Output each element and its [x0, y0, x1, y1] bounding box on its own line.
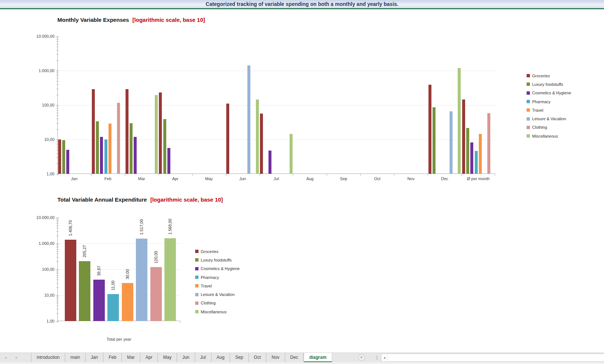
monthly-y-major-tick — [56, 105, 59, 105]
monthly-y-minor-tick — [56, 107, 59, 107]
annual-y-minor-tick — [56, 254, 59, 254]
monthly-x-label-jan: Jan — [57, 176, 91, 181]
sheet-tab-sep[interactable]: Sep — [230, 353, 248, 362]
annual-x-tick — [180, 321, 180, 323]
monthly-y-minor-tick — [56, 89, 59, 89]
bar-groceries-jun — [226, 104, 229, 174]
sheet-tab-feb[interactable]: Feb — [103, 353, 122, 362]
legend-swatch-icon — [195, 267, 198, 270]
sheet-tab-may[interactable]: May — [158, 353, 177, 362]
sheet-tab-aug[interactable]: Aug — [211, 353, 230, 362]
sheet-tab-dec[interactable]: Dec — [285, 353, 304, 362]
annual-legend-item-cosmetics-hygiene: Cosmetics & Hygiene — [195, 264, 240, 273]
sheet-tab-jun[interactable]: Jun — [177, 353, 195, 362]
legend-label: Travel — [201, 284, 212, 288]
annual-legend-item-luxury-foodstuffs: Luxury foodstuffs — [195, 256, 240, 264]
monthly-y-minor-tick — [56, 95, 59, 95]
sheet-tab-main[interactable]: main — [65, 353, 86, 362]
legend-label: Cosmetics & Hygiene — [532, 91, 571, 95]
bar-value-label-cosmetics-hygiene: 39,87 — [97, 266, 101, 276]
monthly-y-minor-tick — [56, 38, 59, 38]
horizontal-scrollbar[interactable]: ◂ — [381, 354, 604, 362]
monthly-legend-item-luxury-foodstuffs: Luxury foodstuffs — [527, 80, 571, 88]
bar-clothing-per-month — [487, 113, 490, 174]
monthly-y-minor-tick — [56, 44, 59, 44]
legend-swatch-icon — [195, 258, 198, 262]
bar-miscellaneous-total — [164, 238, 176, 321]
annual-y-minor-tick — [56, 246, 59, 246]
sheet-tab-apr[interactable]: Apr — [140, 353, 158, 362]
sheet-tab-introduction[interactable]: introduction — [31, 353, 65, 362]
annual-y-axis-label: 1.000,00 — [25, 241, 54, 246]
monthly-y-minor-tick — [56, 115, 59, 116]
legend-swatch-icon — [527, 117, 530, 121]
annual-y-minor-tick — [56, 272, 59, 272]
bar-miscellaneous-jul — [290, 134, 293, 174]
annual-chart-plot: 10.000,001.000,00100,0010,001,001.406,70… — [57, 218, 180, 321]
monthly-chart-title-suffix: [logarithmic scale, base 10] — [133, 17, 205, 23]
legend-label: Groceries — [201, 249, 218, 254]
tab-bar-more-icon[interactable]: ⋮ — [375, 355, 380, 360]
monthly-y-minor-tick — [56, 47, 59, 47]
monthly-x-tick — [260, 174, 260, 176]
monthly-chart-title-text: Monthly Variable Expenses — [57, 17, 129, 23]
tabs-scroll-left-button[interactable]: ◂ — [0, 353, 11, 362]
annual-y-minor-tick — [56, 296, 59, 297]
sheet-tab-jan[interactable]: Jan — [86, 353, 103, 362]
legend-label: Pharmacy — [201, 275, 219, 280]
sheet-tab-nov[interactable]: Nov — [266, 353, 285, 362]
monthly-y-minor-tick — [56, 78, 59, 79]
scrollbar-left-arrow-icon[interactable]: ◂ — [381, 354, 388, 361]
bar-cosmetics-hygiene-mar — [134, 137, 137, 174]
monthly-y-minor-tick — [56, 54, 59, 55]
annual-y-minor-tick — [56, 298, 59, 298]
monthly-y-minor-tick — [56, 113, 59, 113]
legend-label: Miscellaneous — [532, 134, 558, 138]
tabs-scroll-right-button[interactable]: ▸ — [11, 353, 22, 362]
annual-y-minor-tick — [56, 222, 59, 222]
add-sheet-button[interactable]: + — [358, 354, 365, 361]
annual-y-minor-tick — [56, 301, 59, 301]
annual-y-minor-tick — [56, 277, 59, 277]
monthly-x-label-may: May — [192, 176, 226, 181]
annual-y-minor-tick — [56, 225, 59, 226]
monthly-y-axis-label: 10.000,00 — [25, 34, 54, 39]
bar-travel-per-month — [479, 134, 482, 174]
monthly-x-label-aug: Aug — [293, 176, 327, 181]
monthly-x-label-sep: Sep — [327, 176, 360, 181]
legend-label: Groceries — [532, 74, 550, 78]
bar-cosmetics-hygiene-apr — [167, 148, 170, 174]
sheet-tab-oct[interactable]: Oct — [249, 353, 267, 362]
bar-luxury-foodstuffs-total — [79, 261, 90, 321]
bar-value-label-miscellaneous: 1.568,00 — [168, 219, 173, 235]
bar-value-label-groceries: 1.406,70 — [68, 220, 73, 236]
sheet-tab-diagram[interactable]: diagram — [304, 353, 332, 362]
monthly-x-tick — [226, 174, 226, 176]
legend-label: Cosmetics & Hygiene — [201, 266, 240, 271]
annual-y-minor-tick — [56, 287, 59, 288]
legend-label: Leisure & Vacation — [201, 292, 235, 297]
bar-clothing-total — [150, 267, 162, 321]
monthly-x-label-apr: Apr — [158, 176, 192, 181]
sheet-tab-mar[interactable]: Mar — [122, 353, 140, 362]
bar-groceries-feb — [92, 89, 95, 174]
legend-label: Clothing — [201, 301, 216, 305]
annual-legend-item-travel: Travel — [195, 282, 240, 290]
annual-y-minor-tick — [56, 275, 59, 276]
annual-y-axis-label: 100,00 — [25, 267, 54, 272]
bar-miscellaneous-jun — [256, 100, 259, 174]
annual-y-major-tick — [56, 269, 59, 270]
monthly-y-axis-label: 1,00 — [25, 171, 54, 176]
annual-chart-x-axis-title: Total per year — [57, 337, 180, 341]
scrollbar-track[interactable] — [388, 354, 604, 361]
legend-label: Luxury foodstuffs — [201, 258, 232, 262]
legend-swatch-icon — [527, 74, 530, 77]
legend-swatch-icon — [527, 108, 530, 112]
legend-swatch-icon — [527, 126, 530, 129]
bar-groceries-jul — [260, 114, 263, 174]
annual-x-tick — [57, 321, 58, 323]
bar-groceries-dec — [428, 85, 431, 174]
sheet-tab-bar: ◂ ▸ introductionmainJanFebMarAprMayJunJu… — [0, 353, 604, 362]
monthly-x-label-nov: Nov — [394, 176, 428, 181]
sheet-tab-jul[interactable]: Jul — [195, 353, 211, 362]
